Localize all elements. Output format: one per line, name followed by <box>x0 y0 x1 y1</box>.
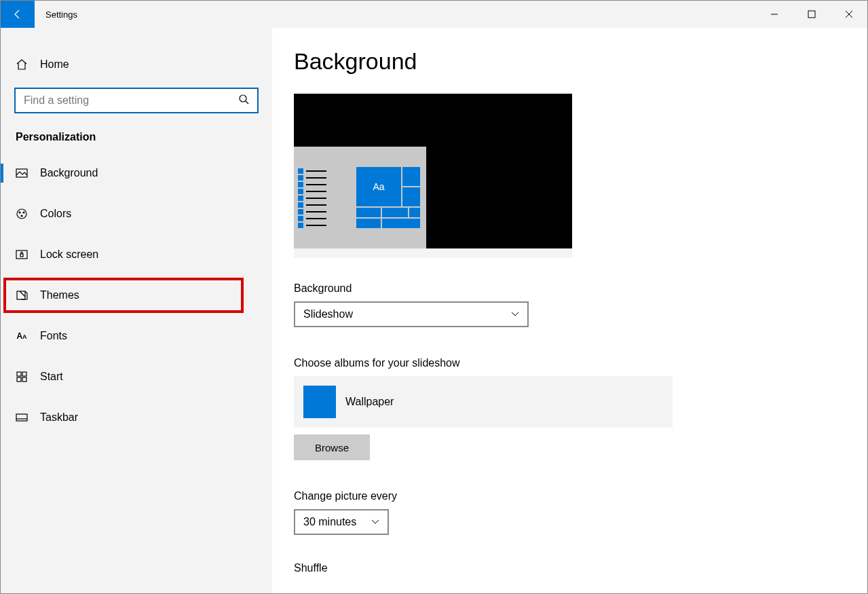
preview-text-tile: Aa <box>356 167 401 206</box>
sidebar-item-background[interactable]: Background <box>1 157 272 189</box>
svg-rect-11 <box>22 372 26 376</box>
sidebar-item-fonts[interactable]: AA Fonts <box>1 320 272 352</box>
titlebar: Settings <box>1 1 867 28</box>
background-type-dropdown[interactable]: Slideshow <box>294 301 529 327</box>
chevron-down-icon <box>371 519 379 526</box>
svg-point-6 <box>21 215 22 217</box>
album-item[interactable]: Wallpaper <box>294 376 673 428</box>
taskbar-icon <box>16 413 28 422</box>
svg-rect-13 <box>22 377 26 382</box>
home-label: Home <box>40 58 69 71</box>
album-thumbnail <box>303 386 336 418</box>
sidebar-item-label: Themes <box>40 289 79 301</box>
svg-rect-12 <box>17 377 21 382</box>
window-controls <box>755 1 867 28</box>
sidebar: Home Personalization Background Colors <box>1 28 272 593</box>
maximize-button[interactable] <box>793 1 830 28</box>
sidebar-item-taskbar[interactable]: Taskbar <box>1 401 272 434</box>
svg-point-4 <box>19 212 20 213</box>
home-icon <box>16 58 28 71</box>
back-button[interactable] <box>1 1 35 28</box>
section-header: Personalization <box>1 126 272 157</box>
sidebar-item-label: Colors <box>40 208 71 220</box>
svg-point-5 <box>23 212 24 213</box>
svg-rect-10 <box>17 372 21 376</box>
content-pane: Background Aa <box>272 28 867 593</box>
start-icon <box>16 371 28 382</box>
fonts-icon: AA <box>16 331 28 341</box>
svg-rect-0 <box>808 11 815 18</box>
sidebar-item-label: Taskbar <box>40 411 78 424</box>
themes-icon <box>16 289 28 301</box>
background-type-label: Background <box>294 282 867 295</box>
sidebar-item-label: Start <box>40 371 63 383</box>
svg-point-3 <box>17 209 26 219</box>
lock-screen-icon <box>16 250 28 259</box>
chevron-down-icon <box>511 311 519 318</box>
browse-button[interactable]: Browse <box>294 434 370 460</box>
sidebar-item-themes[interactable]: Themes <box>5 279 242 312</box>
home-nav[interactable]: Home <box>1 48 272 81</box>
svg-rect-8 <box>20 254 23 257</box>
minimize-button[interactable] <box>755 1 793 28</box>
svg-rect-14 <box>16 414 27 421</box>
picture-icon <box>16 168 28 178</box>
sidebar-item-label: Background <box>40 167 98 179</box>
albums-label: Choose albums for your slideshow <box>294 357 867 369</box>
album-name: Wallpaper <box>345 396 394 408</box>
background-preview: Aa <box>294 94 572 248</box>
svg-point-1 <box>240 95 246 102</box>
sidebar-item-label: Fonts <box>40 330 67 342</box>
page-title: Background <box>294 48 867 75</box>
shuffle-label: Shuffle <box>294 562 867 574</box>
window-title: Settings <box>35 1 88 28</box>
sidebar-item-lock-screen[interactable]: Lock screen <box>1 238 272 271</box>
search-input[interactable] <box>24 94 238 107</box>
dropdown-value: 30 minutes <box>303 516 356 528</box>
sidebar-item-label: Lock screen <box>40 248 98 261</box>
close-button[interactable] <box>830 1 867 28</box>
interval-label: Change picture every <box>294 490 867 502</box>
search-input-container[interactable] <box>14 88 259 113</box>
interval-dropdown[interactable]: 30 minutes <box>294 509 389 535</box>
search-icon <box>238 94 249 107</box>
palette-icon <box>16 208 28 220</box>
dropdown-value: Slideshow <box>303 308 353 320</box>
sidebar-item-start[interactable]: Start <box>1 360 272 393</box>
sidebar-item-colors[interactable]: Colors <box>1 198 272 230</box>
